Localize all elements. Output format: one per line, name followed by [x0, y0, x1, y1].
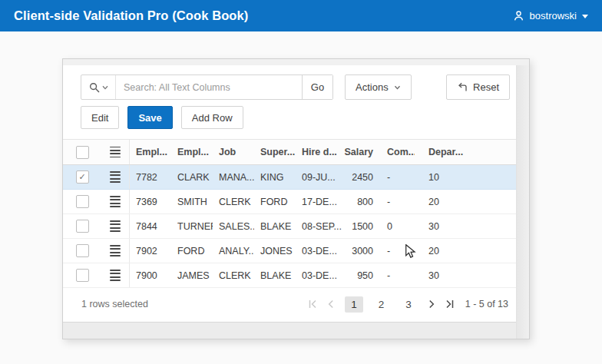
- column-header-employee-no[interactable]: Empl...: [130, 140, 171, 164]
- cell-supervisor[interactable]: KING: [254, 165, 296, 189]
- add-row-button[interactable]: Add Row: [181, 106, 243, 129]
- row-checkbox[interactable]: ✓: [76, 170, 89, 184]
- cell-ename[interactable]: CLARK: [171, 165, 213, 189]
- cell-job[interactable]: MANA...: [213, 165, 254, 189]
- reset-button[interactable]: Reset: [446, 74, 510, 100]
- edit-button[interactable]: Edit: [81, 106, 119, 129]
- cell-hire-date[interactable]: 03-DE...: [296, 263, 343, 287]
- row-checkbox[interactable]: [76, 220, 89, 233]
- table-row[interactable]: 7844 TURNER SALES... BLAKE 08-SEP... 150…: [63, 214, 518, 239]
- selection-status: 1 rows selected: [81, 299, 148, 309]
- page-button-1[interactable]: 1: [345, 296, 363, 313]
- save-button[interactable]: Save: [127, 106, 172, 129]
- grid-header-row: Empl... Empl... Job Super... Hire d... S…: [63, 139, 518, 165]
- cell-salary[interactable]: 800: [343, 190, 382, 213]
- search-icon: [89, 82, 100, 93]
- cell-department[interactable]: 30: [415, 263, 518, 287]
- column-header-commission[interactable]: Com...: [382, 140, 415, 164]
- checkmark-icon: ✓: [78, 173, 85, 181]
- page-button-3[interactable]: 3: [399, 296, 418, 313]
- cell-supervisor[interactable]: BLAKE: [254, 263, 296, 287]
- horizontal-scrollbar[interactable]: [63, 322, 529, 339]
- row-actions-menu-icon[interactable]: [110, 171, 121, 183]
- cell-salary[interactable]: 1500: [343, 214, 382, 238]
- search-column-selector-button[interactable]: [81, 75, 116, 99]
- select-all-checkbox[interactable]: [76, 146, 89, 159]
- first-page-button[interactable]: [308, 299, 317, 309]
- cell-hire-date[interactable]: 17-DE...: [296, 190, 343, 213]
- column-header-employee-name[interactable]: Empl...: [171, 140, 213, 164]
- table-row[interactable]: ✓ 7782 CLARK MANA... KING 09-JU... 2450 …: [63, 165, 518, 190]
- cell-department[interactable]: 10: [415, 165, 518, 189]
- cell-supervisor[interactable]: BLAKE: [254, 214, 296, 238]
- column-header-department[interactable]: Depar...: [415, 140, 518, 164]
- prev-page-button[interactable]: [326, 299, 336, 309]
- cell-salary[interactable]: 3000: [343, 239, 382, 263]
- cell-salary[interactable]: 950: [343, 263, 382, 287]
- region-top-strip: [63, 59, 529, 65]
- cell-supervisor[interactable]: JONES: [254, 239, 296, 263]
- actions-button[interactable]: Actions: [345, 74, 412, 100]
- cell-empno[interactable]: 7369: [130, 190, 171, 213]
- cell-commission[interactable]: -: [382, 263, 415, 287]
- row-select-cell: ✓: [63, 165, 101, 189]
- cell-empno[interactable]: 7844: [130, 214, 171, 238]
- row-checkbox[interactable]: [76, 269, 89, 282]
- row-actions-menu-icon[interactable]: [110, 220, 121, 232]
- cell-job[interactable]: CLERK: [213, 263, 254, 287]
- user-name: bostrowski: [530, 10, 577, 22]
- table-row[interactable]: 7369 SMITH CLERK FORD 17-DE... 800 - 20: [63, 190, 518, 214]
- cell-ename[interactable]: TURNER: [171, 214, 213, 238]
- row-actions-menu-icon[interactable]: [110, 245, 121, 256]
- row-menu-cell: [101, 190, 130, 213]
- vertical-scrollbar[interactable]: [516, 65, 529, 339]
- table-row[interactable]: 7900 JAMES CLERK BLAKE 03-DE... 950 - 30: [63, 263, 518, 288]
- column-header-job[interactable]: Job: [213, 140, 254, 164]
- column-header-salary[interactable]: Salary: [343, 140, 382, 164]
- cell-ename[interactable]: FORD: [171, 239, 213, 263]
- cell-department[interactable]: 30: [415, 214, 518, 238]
- cell-job[interactable]: ANALY...: [213, 239, 254, 263]
- cell-empno[interactable]: 7900: [130, 263, 171, 287]
- row-actions-menu-icon[interactable]: [110, 270, 121, 281]
- row-menu-cell: [101, 165, 130, 189]
- reset-label: Reset: [473, 81, 499, 93]
- cell-hire-date[interactable]: 03-DE...: [296, 239, 343, 263]
- cell-commission[interactable]: -: [382, 239, 415, 263]
- row-actions-menu-icon[interactable]: [110, 196, 121, 207]
- reset-icon: [457, 82, 468, 92]
- cell-ename[interactable]: SMITH: [171, 190, 213, 213]
- search-input[interactable]: [116, 75, 302, 99]
- row-select-cell: [63, 214, 101, 238]
- row-checkbox[interactable]: [76, 195, 89, 208]
- cell-commission[interactable]: 0: [382, 214, 415, 238]
- cell-salary[interactable]: 2450: [343, 165, 382, 189]
- cell-commission[interactable]: -: [382, 165, 415, 189]
- cell-job[interactable]: SALES...: [213, 214, 254, 238]
- grid-toolbar: Go Actions Reset: [63, 65, 518, 100]
- first-page-icon: [308, 299, 317, 309]
- cell-ename[interactable]: JAMES: [171, 263, 213, 287]
- next-page-button[interactable]: [427, 299, 436, 309]
- cell-commission[interactable]: -: [382, 190, 415, 213]
- grid-menu-icon[interactable]: [110, 147, 121, 158]
- table-row[interactable]: 7902 FORD ANALY... JONES 03-DE... 3000 -…: [63, 239, 518, 263]
- page-button-2[interactable]: 2: [372, 296, 391, 313]
- grid-buttons-row: Edit Save Add Row: [63, 100, 518, 139]
- last-page-button[interactable]: [445, 299, 455, 309]
- pagination-range: 1 - 5 of 13: [465, 299, 508, 309]
- column-header-hire-date[interactable]: Hire d...: [296, 140, 343, 164]
- cell-department[interactable]: 20: [415, 239, 518, 263]
- cell-empno[interactable]: 7902: [130, 239, 171, 263]
- cell-supervisor[interactable]: FORD: [254, 190, 296, 213]
- cell-hire-date[interactable]: 09-JU...: [296, 165, 343, 189]
- column-header-supervisor[interactable]: Super...: [254, 140, 296, 164]
- row-checkbox[interactable]: [76, 244, 89, 257]
- row-menu-cell: [101, 214, 130, 238]
- cell-department[interactable]: 20: [415, 190, 518, 213]
- user-menu[interactable]: bostrowski: [513, 10, 588, 22]
- cell-hire-date[interactable]: 08-SEP...: [296, 214, 343, 238]
- cell-job[interactable]: CLERK: [213, 190, 254, 213]
- go-button[interactable]: Go: [302, 75, 332, 99]
- cell-empno[interactable]: 7782: [130, 165, 171, 189]
